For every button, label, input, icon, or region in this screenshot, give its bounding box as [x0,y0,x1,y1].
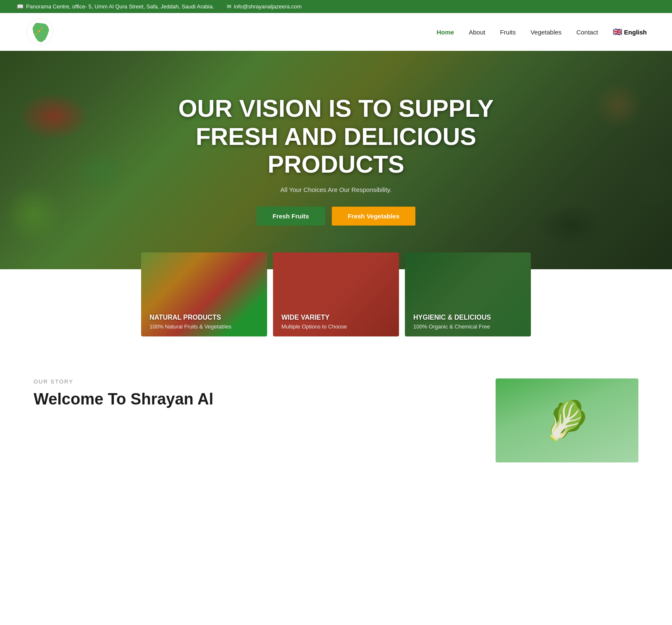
language-label: English [624,29,647,36]
story-title: Welcome To Shrayan Al [34,390,470,409]
feature-card-hygienic: HYGIENIC & DELICIOUS 100% Organic & Chem… [405,252,531,336]
address-text: Panorama Centre, office- 5, Umm Al Qura … [26,3,214,10]
email-item: ✉ info@shrayanaljazeera.com [227,3,302,10]
hero-title: OUR VISION IS TO SUPPLY FRESH AND DELICI… [164,95,508,179]
nav-vegetables[interactable]: Vegetables [530,29,562,36]
greens-icon: 🥬 [543,399,591,443]
feature-section: NATURAL PRODUCTS 100% Natural Fruits & V… [0,252,672,353]
story-section: OUR STORY Welcome To Shrayan Al 🥬 [0,353,672,479]
story-text: OUR STORY Welcome To Shrayan Al [34,378,470,409]
address-item: 📖 Panorama Centre, office- 5, Umm Al Qur… [17,3,214,10]
nav-contact[interactable]: Contact [576,29,598,36]
feature-card-natural: NATURAL PRODUCTS 100% Natural Fruits & V… [141,252,267,336]
card-desc-1: 100% Natural Fruits & Vegetables [150,323,259,330]
svg-point-1 [38,30,40,32]
card-content-3: HYGIENIC & DELICIOUS 100% Organic & Chem… [405,252,531,336]
header: Home About Fruits Vegetables Contact 🇬🇧 … [0,13,672,51]
fresh-vegetables-button[interactable]: Fresh Vegetables [332,207,415,226]
email-icon: ✉ [227,3,231,10]
card-desc-3: 100% Organic & Chemical Free [413,323,522,330]
nav: Home About Fruits Vegetables Contact 🇬🇧 … [437,27,647,37]
flag-icon: 🇬🇧 [613,27,622,37]
email-text: info@shrayanaljazeera.com [234,3,302,10]
svg-point-2 [41,28,43,29]
card-title-2: WIDE VARIETY [281,314,391,321]
nav-fruits[interactable]: Fruits [500,29,516,36]
nav-about[interactable]: About [469,29,485,36]
svg-point-3 [36,33,37,35]
story-label: OUR STORY [34,378,470,385]
fresh-fruits-button[interactable]: Fresh Fruits [257,207,325,226]
feature-card-variety: WIDE VARIETY Multiple Options to Choose [273,252,399,336]
nav-home[interactable]: Home [437,29,454,36]
card-title-1: NATURAL PRODUCTS [150,314,259,321]
hero-section: OUR VISION IS TO SUPPLY FRESH AND DELICI… [0,51,672,269]
logo[interactable] [25,17,55,47]
hero-content: OUR VISION IS TO SUPPLY FRESH AND DELICI… [147,95,525,226]
language-switcher[interactable]: 🇬🇧 English [613,27,647,37]
logo-svg [25,17,55,47]
hero-subtitle: All Your Choices Are Our Responsibility. [164,186,508,193]
card-content-2: WIDE VARIETY Multiple Options to Choose [273,252,399,336]
card-content-1: NATURAL PRODUCTS 100% Natural Fruits & V… [141,252,267,336]
hero-buttons: Fresh Fruits Fresh Vegetables [164,207,508,226]
story-image: 🥬 [496,378,638,462]
top-bar: 📖 Panorama Centre, office- 5, Umm Al Qur… [0,0,672,13]
card-title-3: HYGIENIC & DELICIOUS [413,314,522,321]
card-desc-2: Multiple Options to Choose [281,323,391,330]
address-icon: 📖 [17,3,24,10]
